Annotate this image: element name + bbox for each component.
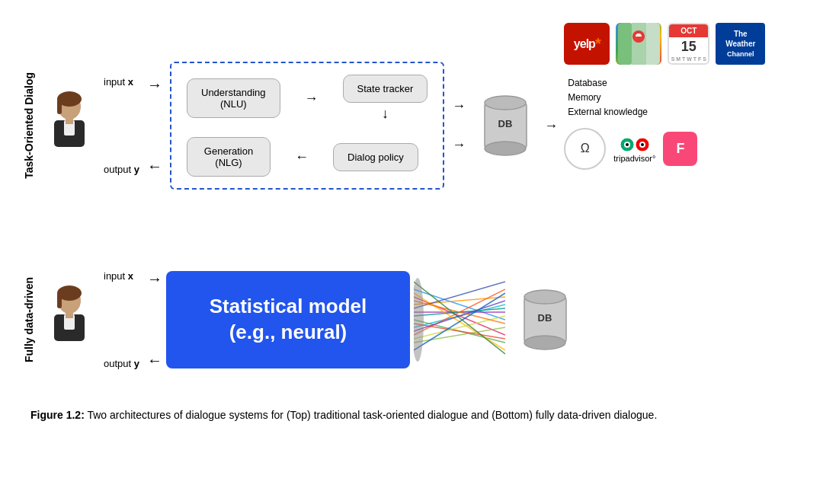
calendar-logo: OCT 15 S M T W T F S <box>668 23 709 65</box>
bottom-input-label: input x <box>104 270 139 282</box>
svg-rect-2 <box>57 99 62 114</box>
bottom-db: DB <box>520 285 570 354</box>
top-db-shape: DB <box>481 91 530 160</box>
figure-label: Figure 1.2: <box>30 409 85 421</box>
statistical-model-line2: (e.g., neural) <box>229 321 347 343</box>
statistical-model-box: Statistical model (e.g., neural) <box>166 271 410 368</box>
svg-point-49 <box>524 336 565 349</box>
svg-rect-12 <box>632 23 646 65</box>
weather-channel-logo: The Weather Channel <box>716 23 765 65</box>
svg-point-7 <box>485 96 526 110</box>
foursquare-logo: F <box>663 132 697 166</box>
top-output-label: output y <box>104 164 139 175</box>
db-memory-row: DatabaseMemoryExternal knowledge <box>564 76 765 120</box>
services-bottom-row: Ω tripadvisor° F <box>564 128 765 170</box>
top-db: DB <box>481 91 530 160</box>
dashed-box: Understanding(NLU) → State tracker ↓ Gen… <box>170 62 444 190</box>
tripadvisor-logo-container: tripadvisor° <box>613 135 655 163</box>
services-top-row: yelp* <box>564 23 765 65</box>
svg-rect-13 <box>646 23 660 65</box>
svg-line-40 <box>414 324 505 339</box>
dialog-policy-box: Dialog policy <box>333 143 418 171</box>
svg-rect-28 <box>66 312 73 318</box>
db-memory-text: DatabaseMemoryExternal knowledge <box>568 76 648 120</box>
svg-line-45 <box>414 282 505 354</box>
nlu-box: Understanding(NLU) <box>187 78 280 118</box>
svg-rect-5 <box>66 118 73 124</box>
tripadvisor-icon <box>620 135 650 154</box>
top-input-label: input x <box>104 76 139 88</box>
bottom-section: Fully data-driven input x output y → ← S… <box>23 244 800 396</box>
caption-body: Two architectures of dialogue systems fo… <box>85 409 657 421</box>
top-io-arrows: → ← <box>147 76 162 175</box>
svg-point-48 <box>524 290 565 304</box>
caption-area: Figure 1.2: Two architectures of dialogu… <box>23 407 800 423</box>
services-panel: yelp* <box>564 23 765 170</box>
svg-line-30 <box>414 297 505 305</box>
svg-rect-25 <box>57 293 62 308</box>
nlg-box: Generation(NLG) <box>187 137 271 177</box>
bottom-io-arrows: → ← <box>147 270 162 369</box>
yelp-logo: yelp* <box>564 23 610 65</box>
svg-text:DB: DB <box>538 312 552 324</box>
top-side-label: Task-Oriented Dialog <box>23 72 35 179</box>
svg-point-46 <box>414 278 424 362</box>
bottom-io-labels: input x output y <box>104 270 139 369</box>
wikipedia-logo: Ω <box>564 128 606 170</box>
bottom-db-shape: DB <box>520 285 570 354</box>
svg-rect-11 <box>618 23 632 65</box>
dashed-bottom-row: Generation(NLG) ← Dialog policy <box>187 137 428 177</box>
neural-net-visual <box>414 266 505 373</box>
top-section: Task-Oriented Dialog input x output y → … <box>23 15 800 236</box>
state-to-dialog-arrow: ↓ <box>382 106 389 122</box>
top-person-avatar <box>43 91 96 160</box>
svg-point-8 <box>485 142 526 155</box>
svg-line-41 <box>414 301 505 331</box>
to-db-arrows: → → <box>452 76 466 175</box>
dialog-to-nlg-arrow: ← <box>295 149 309 165</box>
state-col: State tracker ↓ <box>343 75 428 122</box>
nlu-to-state-arrow: → <box>305 91 319 107</box>
top-io-labels: input x output y <box>104 76 139 175</box>
svg-point-22 <box>641 143 644 146</box>
bottom-person-avatar <box>43 285 96 354</box>
svg-point-21 <box>626 143 629 146</box>
dashed-top-row: Understanding(NLU) → State tracker ↓ <box>187 75 428 122</box>
statistical-model-line1: Statistical model <box>210 295 367 317</box>
caption-text: Figure 1.2: Two architectures of dialogu… <box>27 407 796 423</box>
svg-text:DB: DB <box>498 118 513 129</box>
tripadvisor-text: tripadvisor° <box>613 154 655 163</box>
maps-logo <box>616 23 661 65</box>
state-tracker-box: State tracker <box>343 75 428 103</box>
bottom-side-label: Fully data-driven <box>23 277 35 362</box>
main-container: Task-Oriented Dialog input x output y → … <box>0 0 823 504</box>
bottom-output-label: output y <box>104 358 139 369</box>
db-to-services-arrow: → <box>544 118 558 134</box>
